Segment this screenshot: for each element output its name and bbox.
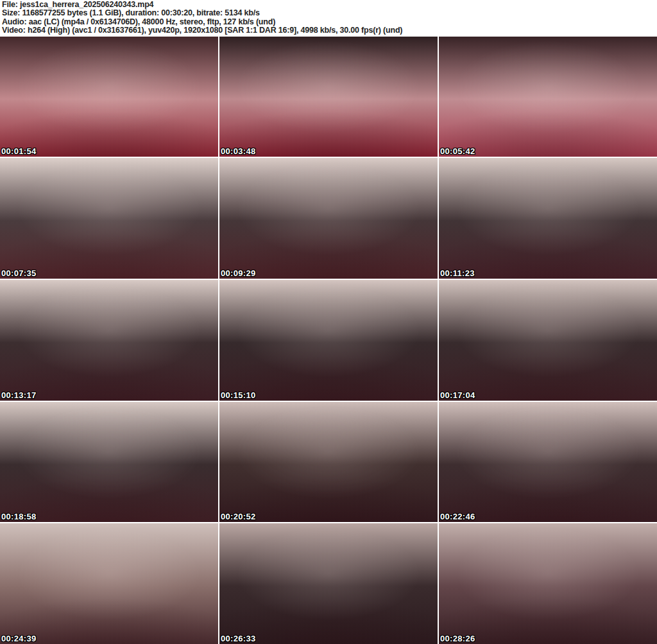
video-thumbnail: 00:03:48 <box>219 37 438 157</box>
timestamp-overlay: 00:13:17 <box>1 390 36 400</box>
timestamp-overlay: 00:15:10 <box>221 390 255 400</box>
timestamp-overlay: 00:01:54 <box>1 146 36 156</box>
timestamp-overlay: 00:05:42 <box>440 146 475 156</box>
timestamp-overlay: 00:20:52 <box>221 512 255 521</box>
video-thumbnail: 00:15:10 <box>219 280 438 401</box>
video-thumbnail: 00:20:52 <box>219 402 438 523</box>
timestamp-overlay: 00:11:23 <box>440 268 475 278</box>
video-thumbnail: 00:28:26 <box>439 523 657 644</box>
thumbnail-contact-sheet: File: jess1ca_herrera_202506240343.mp4 S… <box>0 0 657 644</box>
timestamp-overlay: 00:28:26 <box>440 634 475 643</box>
timestamp-overlay: 00:22:46 <box>440 512 475 521</box>
metadata-header: File: jess1ca_herrera_202506240343.mp4 S… <box>0 0 657 37</box>
timestamp-overlay: 00:18:58 <box>1 512 36 521</box>
timestamp-overlay: 00:17:04 <box>440 390 475 400</box>
thumbnail-grid: 00:01:54 00:03:48 00:05:42 00:07:35 00:0… <box>0 37 657 644</box>
video-thumbnail: 00:01:54 <box>0 37 218 157</box>
video-thumbnail: 00:13:17 <box>0 280 218 401</box>
timestamp-overlay: 00:03:48 <box>221 146 255 156</box>
timestamp-overlay: 00:07:35 <box>1 268 36 278</box>
video-thumbnail: 00:07:35 <box>0 158 218 279</box>
timestamp-overlay: 00:26:33 <box>221 634 255 643</box>
video-thumbnail: 00:18:58 <box>0 402 218 523</box>
video-thumbnail: 00:24:39 <box>0 523 218 644</box>
timestamp-overlay: 00:09:29 <box>221 268 255 278</box>
video-thumbnail: 00:05:42 <box>439 37 657 157</box>
video-thumbnail: 00:17:04 <box>439 280 657 401</box>
video-thumbnail: 00:09:29 <box>219 158 438 279</box>
video-thumbnail: 00:26:33 <box>219 523 438 644</box>
metadata-line-video: Video: h264 (High) (avc1 / 0x31637661), … <box>2 26 655 35</box>
metadata-line-audio: Audio: aac (LC) (mp4a / 0x6134706D), 480… <box>2 18 655 26</box>
metadata-line-file: File: jess1ca_herrera_202506240343.mp4 <box>2 1 655 9</box>
video-thumbnail: 00:22:46 <box>439 402 657 523</box>
video-thumbnail: 00:11:23 <box>439 158 657 279</box>
metadata-line-size: Size: 1168577255 bytes (1.1 GiB), durati… <box>2 9 655 17</box>
timestamp-overlay: 00:24:39 <box>1 634 36 643</box>
